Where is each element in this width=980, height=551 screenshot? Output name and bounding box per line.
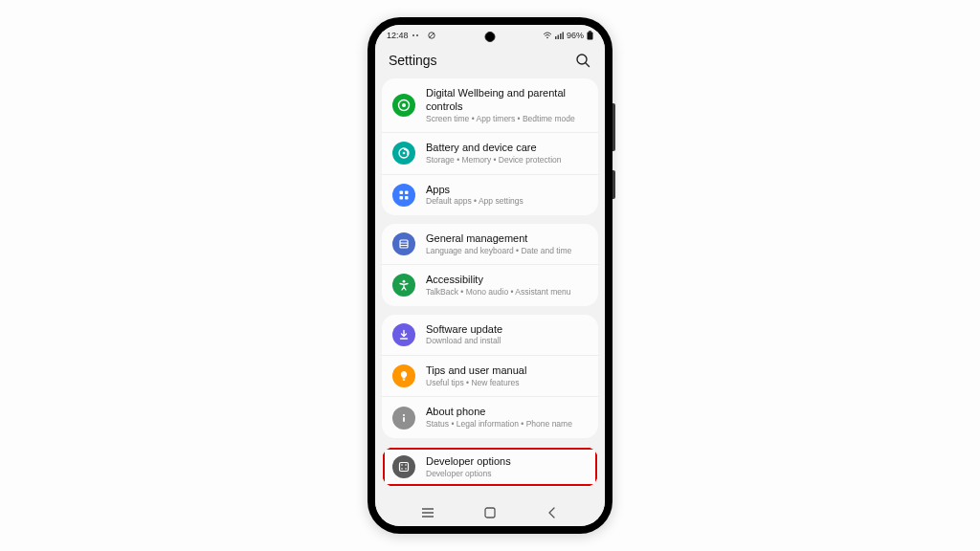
page-title: Settings bbox=[389, 53, 437, 68]
settings-row-access[interactable]: AccessibilityTalkBack • Mono audio • Ass… bbox=[382, 265, 598, 305]
row-title: Accessibility bbox=[426, 274, 570, 287]
svg-rect-28 bbox=[403, 417, 405, 422]
signal-icon bbox=[555, 32, 564, 39]
svg-rect-17 bbox=[400, 190, 404, 194]
nav-bar bbox=[375, 499, 605, 526]
svg-rect-8 bbox=[562, 33, 564, 40]
row-title: Developer options bbox=[426, 455, 511, 469]
settings-row-wellbeing[interactable]: Digital Wellbeing and parental controlsS… bbox=[382, 78, 598, 133]
svg-point-30 bbox=[401, 464, 403, 466]
svg-line-3 bbox=[429, 33, 433, 37]
svg-rect-10 bbox=[589, 31, 591, 33]
row-text: About phoneStatus • Legal information • … bbox=[426, 406, 572, 429]
dev-icon bbox=[392, 455, 415, 478]
svg-rect-26 bbox=[403, 379, 405, 381]
svg-rect-19 bbox=[400, 196, 404, 200]
update-icon bbox=[392, 323, 415, 346]
status-nodisturb-icon bbox=[428, 32, 435, 39]
settings-row-tips[interactable]: Tips and user manualUseful tips • New fe… bbox=[382, 356, 598, 397]
row-title: Battery and device care bbox=[426, 142, 562, 155]
settings-list[interactable]: Digital Wellbeing and parental controlsS… bbox=[375, 78, 605, 499]
row-subtitle: Developer options bbox=[426, 469, 511, 479]
row-subtitle: Useful tips • New features bbox=[426, 378, 526, 388]
svg-rect-5 bbox=[555, 36, 557, 39]
power-button bbox=[612, 170, 615, 199]
battery-percent: 96% bbox=[567, 31, 584, 40]
svg-rect-20 bbox=[405, 196, 409, 200]
row-title: Tips and user manual bbox=[426, 364, 526, 378]
settings-group: Software updateDownload and installTips … bbox=[382, 315, 598, 438]
page-header: Settings bbox=[375, 46, 605, 78]
svg-point-32 bbox=[401, 468, 403, 470]
row-text: Battery and device careStorage • Memory … bbox=[426, 142, 562, 165]
svg-rect-21 bbox=[400, 240, 408, 248]
row-text: Tips and user manualUseful tips • New fe… bbox=[426, 364, 526, 387]
row-text: General managementLanguage and keyboard … bbox=[426, 232, 571, 255]
row-subtitle: Default apps • App settings bbox=[426, 196, 523, 207]
svg-rect-37 bbox=[485, 508, 495, 518]
row-subtitle: Status • Legal information • Phone name bbox=[426, 419, 572, 430]
row-text: AppsDefault apps • App settings bbox=[426, 184, 523, 207]
status-dots-icon bbox=[412, 33, 425, 38]
settings-row-battery[interactable]: Battery and device careStorage • Memory … bbox=[382, 133, 598, 174]
status-time: 12:48 bbox=[387, 31, 409, 40]
row-title: Digital Wellbeing and parental controls bbox=[426, 87, 588, 114]
row-subtitle: Download and install bbox=[426, 336, 502, 346]
svg-point-33 bbox=[405, 468, 407, 470]
camera-cutout bbox=[485, 32, 496, 42]
wifi-icon bbox=[543, 32, 552, 39]
svg-rect-6 bbox=[557, 35, 559, 40]
svg-point-11 bbox=[577, 55, 587, 64]
settings-row-dev[interactable]: Developer optionsDeveloper options bbox=[382, 447, 598, 487]
svg-point-16 bbox=[403, 152, 406, 155]
tips-icon bbox=[392, 364, 415, 387]
row-text: Digital Wellbeing and parental controlsS… bbox=[426, 87, 588, 123]
settings-row-about[interactable]: About phoneStatus • Legal information • … bbox=[382, 397, 598, 437]
settings-row-update[interactable]: Software updateDownload and install bbox=[382, 315, 598, 356]
settings-group: General managementLanguage and keyboard … bbox=[382, 224, 598, 306]
search-button[interactable] bbox=[574, 52, 591, 69]
about-icon bbox=[392, 407, 415, 430]
svg-line-12 bbox=[586, 63, 590, 67]
svg-rect-18 bbox=[405, 190, 409, 194]
wellbeing-icon bbox=[392, 94, 415, 117]
apps-icon bbox=[392, 184, 415, 207]
volume-button bbox=[612, 103, 615, 151]
battery-icon bbox=[392, 142, 415, 165]
svg-rect-9 bbox=[588, 33, 593, 40]
svg-point-1 bbox=[416, 34, 418, 36]
settings-row-apps[interactable]: AppsDefault apps • App settings bbox=[382, 175, 598, 215]
row-title: Software update bbox=[426, 323, 502, 337]
svg-point-14 bbox=[402, 103, 406, 107]
svg-rect-7 bbox=[560, 33, 562, 39]
svg-point-0 bbox=[412, 34, 414, 36]
nav-recents[interactable] bbox=[418, 506, 437, 519]
row-text: AccessibilityTalkBack • Mono audio • Ass… bbox=[426, 274, 570, 297]
row-subtitle: TalkBack • Mono audio • Assistant menu bbox=[426, 287, 570, 298]
phone-frame: 12:48 96% Settings Digital Wellbeing and… bbox=[368, 17, 612, 534]
access-icon bbox=[392, 274, 415, 297]
row-text: Software updateDownload and install bbox=[426, 323, 502, 346]
screen: 12:48 96% Settings Digital Wellbeing and… bbox=[375, 25, 605, 526]
nav-back[interactable] bbox=[543, 506, 562, 519]
svg-point-4 bbox=[546, 36, 548, 38]
row-subtitle: Language and keyboard • Date and time bbox=[426, 246, 571, 256]
row-title: Apps bbox=[426, 184, 523, 197]
svg-point-24 bbox=[403, 280, 406, 283]
nav-home[interactable] bbox=[480, 506, 500, 519]
settings-group: Developer optionsDeveloper options bbox=[382, 447, 598, 487]
svg-point-31 bbox=[405, 464, 407, 466]
general-icon bbox=[392, 232, 415, 255]
settings-row-general[interactable]: General managementLanguage and keyboard … bbox=[382, 224, 598, 265]
row-subtitle: Screen time • App timers • Bedtime mode bbox=[426, 114, 588, 124]
settings-group: Digital Wellbeing and parental controlsS… bbox=[382, 78, 598, 215]
battery-icon bbox=[587, 31, 593, 40]
row-subtitle: Storage • Memory • Device protection bbox=[426, 155, 562, 165]
svg-point-27 bbox=[403, 413, 405, 415]
row-title: General management bbox=[426, 232, 571, 246]
search-icon bbox=[575, 53, 590, 68]
row-text: Developer optionsDeveloper options bbox=[426, 455, 511, 478]
svg-rect-29 bbox=[400, 462, 409, 471]
row-title: About phone bbox=[426, 406, 572, 419]
